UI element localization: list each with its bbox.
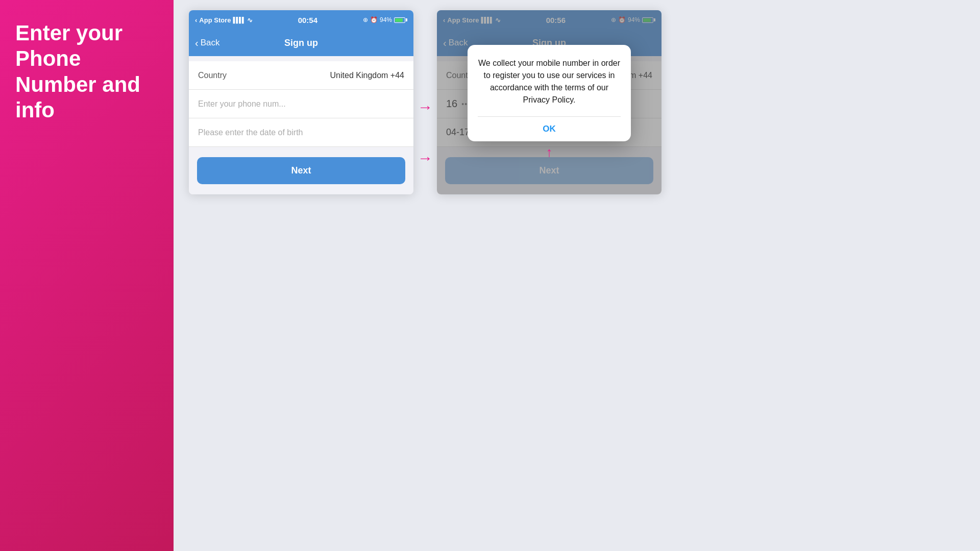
phone1-phone-row[interactable]: Enter your phone num... <box>189 90 413 118</box>
phone1-appstore-label: App Store <box>199 16 231 24</box>
phone1-dob-placeholder: Please enter the date of birth <box>198 128 303 137</box>
left-panel-title: Enter your Phone Number and info <box>15 20 158 123</box>
phone1-signal-icon: ▌▌▌▌ <box>233 17 244 23</box>
phone1-status-left: ‹ App Store ▌▌▌▌ ∿ <box>195 16 253 24</box>
phone1-battery-percent: 94% <box>380 16 392 23</box>
phone2-dialog-area: We collect your mobile number in order t… <box>468 45 631 160</box>
phone1-status-bar: ‹ App Store ▌▌▌▌ ∿ 00:54 ⊕ ⏰ 94% <box>189 10 413 30</box>
phone1-screen: ‹ App Store ▌▌▌▌ ∿ 00:54 ⊕ ⏰ 94% <box>189 10 413 194</box>
arrow-up-ok: ↑ <box>546 144 553 160</box>
arrow-right-1: → <box>418 99 433 115</box>
phone1-wrapper: ‹ App Store ▌▌▌▌ ∿ 00:54 ⊕ ⏰ 94% <box>189 10 437 194</box>
phone2-dialog-text: We collect your mobile number in order t… <box>478 57 621 116</box>
phones-wrapper: ‹ App Store ▌▌▌▌ ∿ 00:54 ⊕ ⏰ 94% <box>174 0 980 551</box>
phone1-form: Country United Kingdom +44 Enter your ph… <box>189 56 413 194</box>
left-panel: Enter your Phone Number and info <box>0 0 174 551</box>
phone1-back-chevron-icon: ‹ <box>195 37 199 49</box>
phone1-nav-bar: ‹ Back Sign up <box>189 30 413 56</box>
phone2-area: ‹ App Store ▌▌▌▌ ∿ 00:56 ⊕ ⏰ 94% <box>437 10 662 194</box>
phone1-location-icon: ⊕ <box>363 16 368 23</box>
phone1-phone-placeholder: Enter your phone num... <box>198 99 286 109</box>
phone2-dialog-overlay: We collect your mobile number in order t… <box>437 10 662 194</box>
phone1-nav-title: Sign up <box>284 38 318 48</box>
phone1-dob-row[interactable]: Please enter the date of birth <box>189 118 413 147</box>
phone2-dialog-ok-button[interactable]: OK <box>478 117 621 141</box>
phone1-back-button[interactable]: ‹ Back <box>195 37 219 49</box>
phone1-time: 00:54 <box>298 16 317 24</box>
phone2-wrapper: ‹ App Store ▌▌▌▌ ∿ 00:56 ⊕ ⏰ 94% <box>437 10 662 194</box>
arrow-phone1-to-phone1-phone: → → <box>418 10 433 166</box>
phone1-next-button[interactable]: Next <box>197 157 405 184</box>
phone1-country-label: Country <box>198 71 227 80</box>
phone1-back-label: Back <box>201 38 220 48</box>
phone1-battery-icon <box>394 17 407 23</box>
main-area: ‹ App Store ▌▌▌▌ ∿ 00:54 ⊕ ⏰ 94% <box>174 0 980 551</box>
phone1-status-right: ⊕ ⏰ 94% <box>363 16 407 23</box>
arrow-right-2: → <box>418 151 433 166</box>
phone1-wifi-icon: ∿ <box>247 16 253 24</box>
phone1-country-row[interactable]: Country United Kingdom +44 <box>189 61 413 90</box>
phone1-alarm-icon: ⏰ <box>370 16 378 23</box>
phone1-chevron-icon: ‹ <box>195 16 197 24</box>
phone2-screen: ‹ App Store ▌▌▌▌ ∿ 00:56 ⊕ ⏰ 94% <box>437 10 662 194</box>
phone2-dialog-box: We collect your mobile number in order t… <box>468 45 631 141</box>
phone1-country-value: United Kingdom +44 <box>330 71 404 80</box>
